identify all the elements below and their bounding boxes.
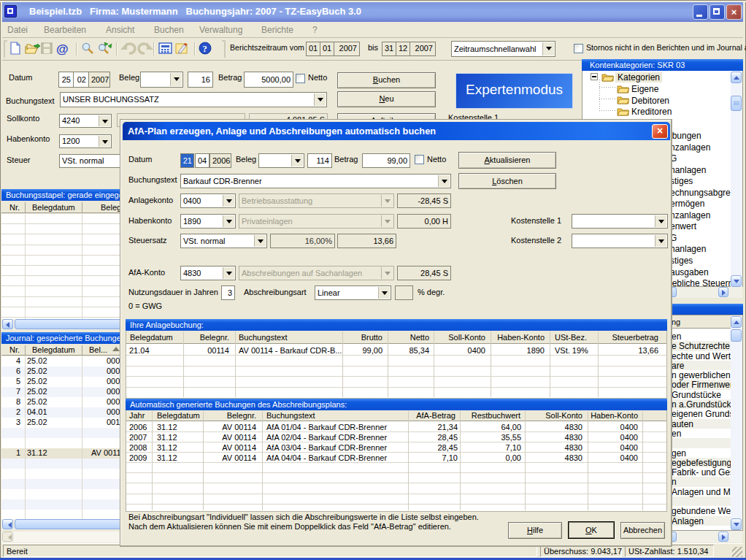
svg-text:?: ? xyxy=(203,44,207,54)
svg-text:@: @ xyxy=(56,42,69,56)
